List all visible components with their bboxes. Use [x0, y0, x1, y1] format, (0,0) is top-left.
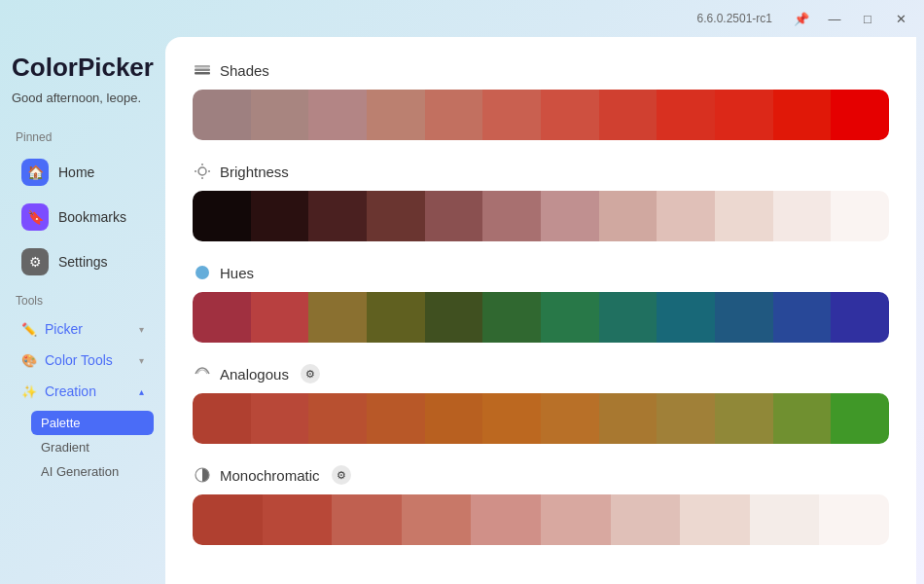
color-swatch[interactable] [402, 494, 472, 545]
shades-title: Shades [193, 60, 889, 80]
hues-label: Hues [220, 265, 254, 281]
color-swatch[interactable] [680, 494, 750, 545]
color-swatch[interactable] [657, 292, 715, 343]
sidebar-item-picker[interactable]: ✏️ Picker ▾ [12, 315, 154, 343]
bookmarks-label: Bookmarks [58, 209, 126, 225]
color-swatch[interactable] [599, 393, 657, 444]
color-swatch[interactable] [750, 494, 820, 545]
color-swatch[interactable] [251, 191, 309, 241]
color-swatch[interactable] [657, 393, 715, 444]
color-swatch[interactable] [425, 90, 483, 140]
svg-point-3 [198, 167, 206, 175]
color-swatch[interactable] [193, 191, 251, 241]
color-swatch[interactable] [425, 393, 483, 444]
analogous-title: Analogous ⚙ [193, 364, 889, 383]
color-swatch[interactable] [599, 90, 657, 140]
color-swatch[interactable] [657, 191, 715, 241]
color-swatch[interactable] [541, 191, 599, 241]
creation-icon: ✨ [21, 384, 37, 399]
color-swatch[interactable] [773, 292, 832, 343]
color-swatch[interactable] [611, 494, 681, 545]
tools-label: Tools [12, 294, 154, 308]
brightness-section: Brightness [193, 162, 889, 241]
color-swatch[interactable] [831, 292, 889, 343]
sidebar-item-bookmarks[interactable]: 🔖 Bookmarks [12, 197, 154, 237]
sidebar-item-creation[interactable]: ✨ Creation ▴ [12, 378, 154, 405]
color-swatch[interactable] [251, 393, 309, 444]
sub-item-ai-generation[interactable]: AI Generation [31, 459, 154, 484]
color-swatch[interactable] [193, 393, 251, 444]
color-swatch[interactable] [657, 90, 715, 140]
sub-item-palette[interactable]: Palette [31, 411, 154, 435]
minimize-button[interactable]: — [819, 5, 850, 32]
sidebar-item-color-tools[interactable]: 🎨 Color Tools ▾ [12, 347, 154, 374]
hues-section: Hues [193, 263, 889, 343]
color-swatch[interactable] [773, 191, 832, 241]
color-swatch[interactable] [599, 191, 657, 241]
color-swatch[interactable] [715, 292, 773, 343]
color-swatch[interactable] [308, 393, 367, 444]
color-swatch[interactable] [367, 191, 425, 241]
pinned-label: Pinned [12, 130, 154, 144]
hues-icon [193, 263, 212, 282]
color-swatch[interactable] [251, 292, 309, 343]
color-swatch[interactable] [193, 90, 251, 140]
color-swatch[interactable] [831, 90, 889, 140]
content-area: Shades Brightness [165, 37, 916, 584]
color-swatch[interactable] [715, 393, 773, 444]
shades-section: Shades [193, 60, 889, 140]
color-swatch[interactable] [715, 90, 773, 140]
brightness-strip [193, 191, 889, 241]
monochromatic-icon [193, 465, 212, 485]
color-swatch[interactable] [263, 494, 333, 545]
maximize-button[interactable]: □ [852, 5, 883, 32]
color-swatch[interactable] [193, 292, 251, 343]
color-swatch[interactable] [482, 90, 541, 140]
bookmarks-icon: 🔖 [21, 203, 49, 231]
color-swatch[interactable] [471, 494, 541, 545]
color-swatch[interactable] [599, 292, 657, 343]
color-swatch[interactable] [425, 191, 483, 241]
color-swatch[interactable] [308, 191, 367, 241]
color-swatch[interactable] [308, 292, 367, 343]
color-swatch[interactable] [367, 90, 425, 140]
sidebar: ColorPicker Good afternoon, leope. Pinne… [0, 37, 165, 584]
color-swatch[interactable] [332, 494, 402, 545]
color-swatch[interactable] [715, 191, 773, 241]
color-tools-label: Color Tools [45, 352, 113, 368]
sub-item-gradient[interactable]: Gradient [31, 435, 154, 459]
color-swatch[interactable] [367, 393, 425, 444]
color-swatch[interactable] [541, 494, 611, 545]
color-swatch[interactable] [482, 393, 541, 444]
home-label: Home [58, 164, 94, 180]
color-swatch[interactable] [541, 90, 599, 140]
analogous-gear-button[interactable]: ⚙ [301, 364, 320, 383]
settings-label: Settings [58, 254, 108, 270]
color-swatch[interactable] [831, 393, 889, 444]
close-button[interactable]: ✕ [885, 5, 916, 32]
pin-button[interactable]: 📌 [786, 5, 817, 32]
color-swatch[interactable] [541, 393, 599, 444]
svg-rect-1 [195, 69, 210, 72]
picker-label: Picker [45, 321, 83, 337]
monochromatic-gear-button[interactable]: ⚙ [332, 465, 351, 485]
color-swatch[interactable] [773, 393, 832, 444]
color-swatch[interactable] [819, 494, 889, 545]
color-swatch[interactable] [251, 90, 309, 140]
shades-strip [193, 90, 889, 140]
color-swatch[interactable] [541, 292, 599, 343]
color-swatch[interactable] [773, 90, 832, 140]
titlebar: 6.6.0.2501-rc1 📌 — □ ✕ [0, 0, 924, 37]
color-swatch[interactable] [308, 90, 367, 140]
main-content: ColorPicker Good afternoon, leope. Pinne… [0, 37, 924, 584]
hues-strip [193, 292, 889, 343]
color-swatch[interactable] [367, 292, 425, 343]
sidebar-item-home[interactable]: 🏠 Home [12, 152, 154, 193]
color-swatch[interactable] [831, 191, 889, 241]
color-swatch[interactable] [425, 292, 483, 343]
color-swatch[interactable] [482, 191, 541, 241]
sidebar-item-settings[interactable]: ⚙ Settings [12, 241, 154, 282]
color-swatch[interactable] [482, 292, 541, 343]
svg-point-8 [195, 266, 209, 279]
color-swatch[interactable] [193, 494, 263, 545]
